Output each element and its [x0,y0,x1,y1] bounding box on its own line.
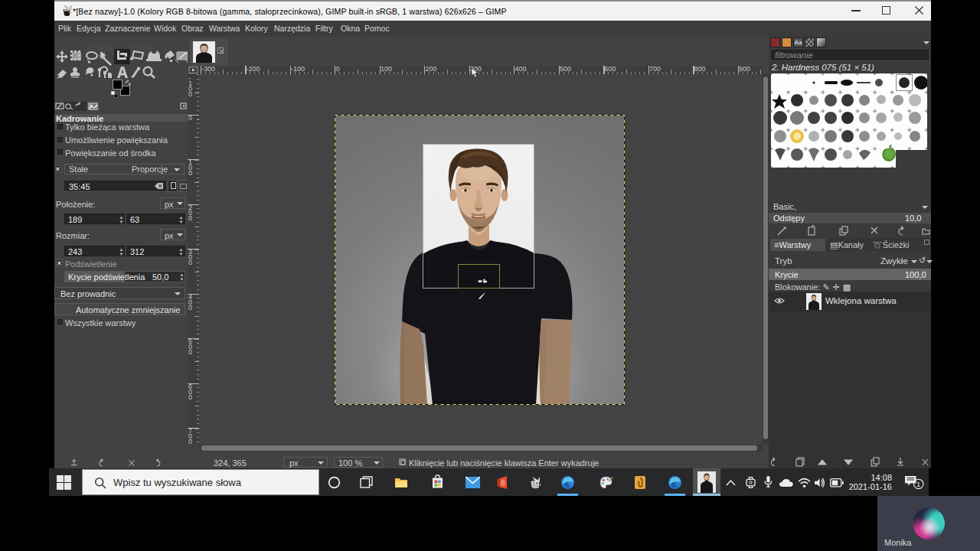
svg-text:1: 1 [916,480,920,488]
